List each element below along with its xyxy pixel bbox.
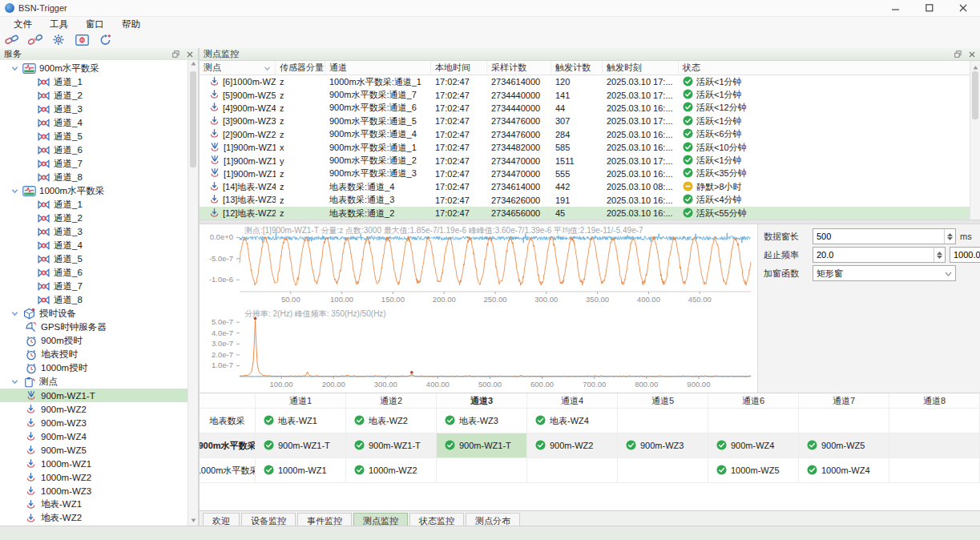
table-row[interactable]: [4]900m-WZ4z900m水平数采:通道_617:02:472734440…	[200, 102, 970, 115]
matrix-cell[interactable]: 900m-WZ1-T	[437, 433, 527, 458]
settings-button[interactable]	[50, 34, 67, 48]
column-header[interactable]: 触发时刻	[603, 61, 679, 75]
tree-item[interactable]: 测点	[0, 375, 188, 389]
tree-item[interactable]: 地表-WZ1	[0, 498, 188, 511]
matrix-cell[interactable]	[889, 409, 980, 433]
chevron-down-icon[interactable]	[11, 310, 19, 317]
matrix-cell[interactable]	[708, 409, 799, 433]
window-fn-select[interactable]: 矩形窗	[813, 265, 956, 281]
tree-item[interactable]: 1000m-WZ2	[0, 470, 188, 484]
tree-item[interactable]: 900m-WZ5	[0, 443, 188, 457]
matrix-cell[interactable]: 1000m-WZ1	[256, 458, 346, 483]
scroll-down-icon[interactable]	[188, 518, 198, 526]
column-header[interactable]: 本地时间	[431, 61, 487, 75]
refresh-button[interactable]	[97, 34, 113, 48]
tree-item[interactable]: 1000m水平数采	[0, 184, 188, 198]
time-chart[interactable]: 测点:[1]900m-WZ1-T 分量:z 点数:3000 最大值:1.85e-…	[200, 224, 757, 308]
matrix-cell[interactable]: 地表-WZ1	[256, 409, 346, 433]
table-scrollbar[interactable]	[970, 61, 980, 220]
matrix-cell[interactable]: 地表-WZ3	[437, 409, 527, 433]
tree-item[interactable]: GPS时钟服务器	[0, 320, 188, 334]
sidebar-scrollbar[interactable]	[188, 60, 198, 526]
tree-item[interactable]: 通道_8	[0, 171, 188, 184]
tree-item[interactable]: 900m水平数采	[0, 62, 188, 75]
tree-item[interactable]: 1000m-WZ1	[0, 457, 188, 470]
tree-item[interactable]: 通道_7	[0, 280, 188, 293]
matrix-cell[interactable]: 1000m-WZ5	[708, 458, 799, 483]
matrix-cell[interactable]: 地表-WZ2	[346, 409, 437, 433]
table-row[interactable]: [14]地表-WZ4z地表数采:通道_417:02:47273461400044…	[200, 180, 970, 193]
matrix-cell[interactable]	[889, 458, 980, 483]
panel-float-button[interactable]	[954, 50, 962, 58]
disconnect-button[interactable]	[27, 34, 43, 48]
panel-close-button[interactable]	[967, 50, 976, 58]
scroll-thumb[interactable]	[972, 71, 978, 119]
maximize-button[interactable]	[913, 0, 946, 16]
tree-item[interactable]: 通道_5	[0, 130, 188, 143]
matrix-cell[interactable]: 900m-WZ1-T	[256, 433, 346, 458]
matrix-cell[interactable]: 1000m-WZ2	[346, 458, 437, 483]
column-header[interactable]: 测点	[200, 61, 276, 75]
tree-item[interactable]: 通道_6	[0, 266, 188, 280]
connect-button[interactable]	[4, 34, 20, 48]
table-row[interactable]: [5]900m-WZ5z900m水平数采:通道_717:02:472734440…	[200, 88, 970, 101]
tree-item[interactable]: 900m-WZ2	[0, 402, 188, 416]
table-row[interactable]: [3]900m-WZ3z900m水平数采:通道_517:02:472734476…	[200, 115, 970, 127]
column-header[interactable]: 状态	[679, 61, 970, 75]
tree-item[interactable]: 授时设备	[0, 307, 188, 320]
tree-item[interactable]: 通道_5	[0, 252, 188, 266]
tree-item[interactable]: 通道_8	[0, 293, 188, 307]
menu-item[interactable]: 窗口	[77, 18, 113, 30]
chevron-down-icon[interactable]	[11, 378, 19, 385]
tree-item[interactable]: 900m-WZ1-T	[0, 389, 188, 402]
freq-start-value[interactable]	[813, 250, 934, 260]
matrix-cell[interactable]	[618, 458, 708, 483]
panel-close-button[interactable]	[185, 50, 194, 58]
table-row[interactable]: [1]900m-WZ1-Tz900m水平数采:通道_317:02:4727344…	[200, 167, 970, 180]
spinner-buttons[interactable]	[934, 248, 945, 262]
tree-item[interactable]: 通道_4	[0, 116, 188, 130]
matrix-cell[interactable]: 900m-WZ1-T	[346, 433, 437, 458]
chevron-down-icon[interactable]	[11, 187, 19, 195]
column-header[interactable]: 传感器分量	[276, 61, 325, 75]
tree-item[interactable]: 通道_2	[0, 89, 188, 103]
matrix-cell[interactable]	[799, 409, 889, 433]
tree-item[interactable]: 通道_1	[0, 198, 188, 212]
matrix-cell[interactable]	[437, 458, 527, 483]
menu-item[interactable]: 帮助	[113, 18, 149, 30]
tree-item[interactable]: 地表授时	[0, 348, 188, 361]
tree-item[interactable]: 900m-WZ3	[0, 416, 188, 429]
matrix-cell[interactable]: 900m-WZ3	[618, 433, 708, 458]
tree-item[interactable]: 1000m-WZ3	[0, 484, 188, 498]
table-row[interactable]: [1]900m-WZ1-Ty900m水平数采:通道_217:02:4727344…	[200, 154, 970, 167]
tree-item[interactable]: 900m-WZ4	[0, 429, 188, 443]
spectrum-chart[interactable]: 分辨率: 2(Hz) 峰值频率: 350(Hz)/50(Hz) 5.0e-74.…	[200, 308, 757, 396]
table-row[interactable]: [12]地表-WZ2z地表数采:通道_217:02:47273465600045…	[200, 207, 970, 220]
table-row[interactable]: [13]地表-WZ3z地表数采:通道_317:02:47273462600019…	[200, 194, 970, 207]
table-row[interactable]: [2]900m-WZ2z900m水平数采:通道_417:02:472734476…	[200, 128, 970, 141]
menu-item[interactable]: 工具	[41, 18, 77, 30]
matrix-cell[interactable]: 900m-WZ4	[708, 433, 799, 458]
sort-icon[interactable]	[264, 63, 271, 73]
column-header[interactable]: 通道	[325, 61, 431, 75]
freq-end-input[interactable]	[950, 247, 980, 263]
minimize-button[interactable]	[879, 0, 913, 16]
tree-item[interactable]: 1000m授时	[0, 361, 188, 375]
matrix-cell[interactable]	[527, 458, 618, 483]
tree-item[interactable]: 通道_6	[0, 143, 188, 157]
table-row[interactable]: [6]1000m-WZ1z1000m水平数采:通道_117:02:4727346…	[200, 75, 970, 88]
tree-item[interactable]: 通道_3	[0, 103, 188, 116]
matrix-cell[interactable]	[889, 433, 980, 458]
tree-item[interactable]: 900m授时	[0, 334, 188, 348]
scroll-up-icon[interactable]	[188, 61, 198, 69]
tree-item[interactable]: 通道_3	[0, 225, 188, 239]
tree-item[interactable]: 地表-WZ2	[0, 511, 188, 525]
panel-float-button[interactable]	[171, 50, 180, 58]
tree-item[interactable]: 通道_1	[0, 75, 188, 89]
tree-item[interactable]: 通道_2	[0, 212, 188, 225]
matrix-cell[interactable]: 1000m-WZ4	[799, 458, 889, 483]
matrix-col-header[interactable]: 通道7	[799, 393, 889, 409]
matrix-cell[interactable]: 地表-WZ4	[527, 409, 618, 433]
tree-item[interactable]: 通道_7	[0, 157, 188, 171]
chevron-down-icon[interactable]	[11, 65, 19, 72]
